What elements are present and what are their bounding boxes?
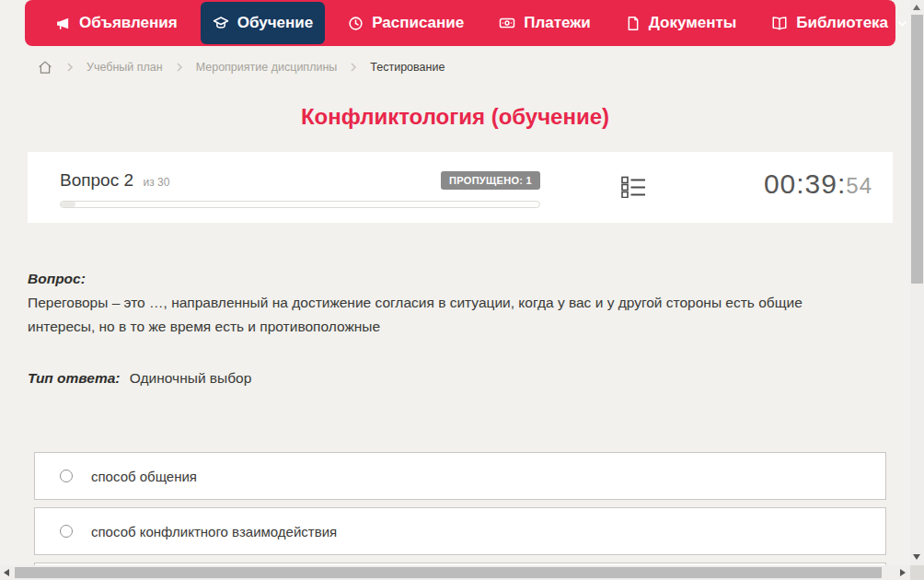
breadcrumb-item-testing: Тестирование: [370, 61, 445, 74]
scroll-up-arrow-icon[interactable]: [913, 5, 920, 10]
progress-bar: [60, 201, 540, 208]
question-progress-block: Вопрос 2 из 30 ПРОПУЩЕНО: 1: [60, 170, 540, 208]
question-text: Переговоры – это …, направленный на дост…: [28, 291, 851, 339]
nav-item-payments[interactable]: Платежи: [487, 2, 603, 44]
radio-button[interactable]: [60, 525, 73, 538]
question-list-icon[interactable]: [621, 176, 646, 202]
answer-type-label: Тип ответа:: [28, 370, 121, 386]
question-number: Вопрос 2 из 30: [60, 170, 169, 191]
main-navbar: Объявления Обучение Расписание Платежи Д…: [25, 0, 895, 46]
countdown-timer: 00:39:54: [764, 168, 872, 200]
megaphone-icon: [55, 16, 71, 31]
answer-type-row: Тип ответа: Одиночный выбор: [28, 370, 251, 387]
nav-item-learning[interactable]: Обучение: [201, 2, 325, 44]
answer-option[interactable]: способ конфликтного взаимодействия: [34, 507, 886, 555]
chevron-right-icon: [349, 62, 358, 73]
nav-item-library[interactable]: Библиотека: [759, 2, 920, 44]
breadcrumb: Учебный план Мероприятие дисциплины Тест…: [37, 56, 445, 78]
answer-type-value: Одиночный выбор: [130, 370, 252, 386]
breadcrumb-item-curriculum[interactable]: Учебный план: [87, 61, 163, 74]
graduation-cap-icon: [213, 15, 229, 31]
nav-item-label: Обучение: [237, 14, 313, 32]
vertical-scrollbar[interactable]: [910, 0, 924, 565]
chevron-down-icon: [896, 17, 908, 29]
clock-icon: [348, 16, 364, 31]
open-book-icon: [771, 15, 788, 31]
scrollbar-corner: [910, 565, 924, 580]
nav-item-label: Расписание: [372, 14, 464, 32]
nav-item-label: Библиотека: [796, 14, 888, 32]
cash-icon: [499, 15, 515, 31]
scroll-left-arrow-icon[interactable]: [4, 569, 9, 576]
question-body: Вопрос: Переговоры – это …, направленный…: [28, 267, 851, 339]
document-icon: [626, 16, 641, 31]
nav-item-label: Объявления: [79, 14, 178, 32]
radio-button[interactable]: [60, 470, 73, 482]
nav-item-schedule[interactable]: Расписание: [336, 2, 476, 44]
horizontal-scrollbar-thumb[interactable]: [15, 567, 882, 578]
answer-option-label: способ общения: [91, 469, 197, 484]
page-title: Конфликтология (обучение): [0, 104, 910, 130]
question-header-panel: Вопрос 2 из 30 ПРОПУЩЕНО: 1 00:39:54: [28, 152, 893, 223]
horizontal-scrollbar[interactable]: [0, 565, 910, 580]
nav-item-announcements[interactable]: Объявления: [43, 2, 190, 44]
answer-option[interactable]: способ общения: [34, 452, 886, 500]
home-icon[interactable]: [37, 60, 53, 75]
question-number-label: Вопрос 2: [60, 170, 133, 190]
nav-item-label: Платежи: [524, 14, 591, 32]
nav-item-label: Документы: [649, 14, 737, 32]
question-heading: Вопрос:: [28, 267, 851, 291]
scroll-down-arrow-icon[interactable]: [913, 554, 920, 560]
page: Объявления Обучение Расписание Платежи Д…: [0, 0, 924, 580]
timer-seconds: 54: [846, 173, 872, 198]
vertical-scrollbar-thumb[interactable]: [911, 15, 923, 284]
chevron-right-icon: [175, 62, 184, 73]
scroll-right-arrow-icon[interactable]: [900, 569, 906, 576]
answer-options: способ общения способ конфликтного взаим…: [34, 452, 886, 580]
timer-main: 00:39:: [764, 168, 846, 199]
answer-option-label: способ конфликтного взаимодействия: [91, 524, 337, 539]
skipped-badge: ПРОПУЩЕНО: 1: [441, 171, 540, 190]
breadcrumb-item-discipline-event[interactable]: Мероприятие дисциплины: [196, 61, 338, 74]
nav-item-documents[interactable]: Документы: [614, 2, 749, 44]
question-total-label: из 30: [143, 176, 169, 189]
chevron-right-icon: [65, 62, 75, 73]
progress-bar-fill: [61, 202, 75, 207]
